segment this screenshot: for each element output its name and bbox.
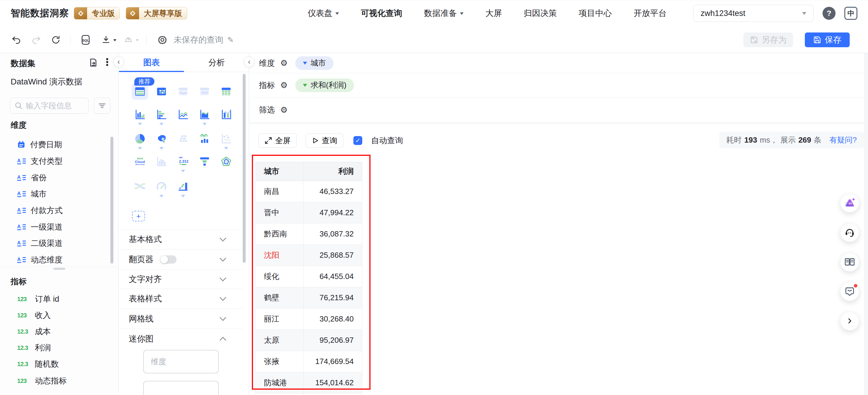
table-row[interactable]: 防城港154,014.62 — [256, 372, 362, 394]
dataset-name[interactable]: DataWind 演示数据 — [11, 76, 82, 87]
metric-item[interactable]: 12.3 利润 — [0, 339, 115, 356]
chart-type-sankey-disabled[interactable] — [129, 181, 151, 200]
dimension-item[interactable]: A 付款方式 — [0, 202, 115, 219]
chart-type-histogram-disabled[interactable] — [151, 156, 172, 175]
undo-button[interactable] — [11, 27, 21, 53]
support-button[interactable] — [840, 223, 859, 242]
nav-attribution[interactable]: 归因决策 — [524, 8, 557, 19]
tab-chart[interactable]: 图表 — [119, 53, 184, 72]
refresh-button[interactable] — [51, 27, 61, 53]
table-row[interactable]: 黔西南36,087.32 — [256, 223, 362, 245]
page-scrollbar-track[interactable] — [864, 53, 868, 395]
chart-type-china-map[interactable] — [151, 133, 172, 152]
chart-type-line-bar-combo[interactable] — [194, 133, 215, 152]
nav-big-screen[interactable]: 大屏 — [485, 8, 502, 19]
section-table-style[interactable]: 表格样式 — [119, 289, 243, 308]
more-kebab-icon[interactable]: ⋮ — [102, 56, 112, 68]
gear-icon[interactable]: ⚙ — [280, 105, 287, 115]
metric-item[interactable]: 12.3 随机数 — [0, 356, 115, 372]
chart-type-kpi-number[interactable]: 2,312 — [172, 156, 194, 175]
section-mini-chart[interactable]: 迷你图 — [119, 329, 243, 348]
expand-panel-button[interactable]: › — [840, 312, 859, 331]
table-row[interactable]: 南昌46,533.27 — [256, 181, 362, 202]
dimension-item[interactable]: A 支付类型 — [0, 153, 115, 170]
metric-item[interactable]: 123 动态指标 — [0, 372, 115, 389]
field-search-box[interactable] — [10, 98, 89, 114]
chart-type-line[interactable] — [172, 109, 194, 127]
table-row[interactable]: 太原95,206.97 — [256, 330, 362, 351]
mini-chart-dropzone[interactable] — [143, 381, 219, 395]
help-button[interactable]: ? — [823, 7, 836, 20]
chart-type-pivot-table[interactable] — [215, 86, 237, 100]
column-header-profit[interactable]: 利润 — [304, 162, 362, 181]
download-button[interactable] — [101, 27, 116, 53]
save-as-button[interactable]: 另存为 — [743, 32, 793, 47]
switch-dataset-icon[interactable] — [89, 58, 98, 67]
metric-item[interactable]: 123 订单 id — [0, 291, 115, 307]
dimension-item[interactable]: A 一级渠道 — [0, 219, 115, 235]
metric-item[interactable]: 123 收入 — [0, 307, 115, 324]
nav-project-center[interactable]: 项目中心 — [579, 8, 612, 19]
chart-type-bar[interactable] — [129, 109, 151, 127]
feedback-button[interactable] — [840, 282, 859, 301]
chart-type-area[interactable] — [194, 109, 215, 127]
chart-type-line-panel-disabled[interactable] — [172, 86, 194, 100]
dataset-scrollbar[interactable] — [111, 137, 113, 264]
fullscreen-button[interactable]: 全屏 — [258, 133, 297, 148]
ai-assistant-button[interactable] — [840, 194, 859, 213]
dimension-pill-city[interactable]: 城市 — [295, 56, 334, 70]
nav-visual-query[interactable]: 可视化查询 — [361, 8, 402, 19]
pager-toggle[interactable] — [160, 255, 177, 264]
nav-open-platform[interactable]: 开放平台 — [633, 8, 666, 19]
add-chart-type-button[interactable]: + — [132, 211, 145, 221]
language-button[interactable]: 中 — [844, 7, 857, 20]
have-question-link[interactable]: 有疑问? — [830, 135, 857, 145]
docs-button[interactable] — [840, 253, 859, 272]
table-row[interactable]: 鹤壁76,215.94 — [256, 287, 362, 308]
table-row-highlighted[interactable]: 沈阳25,868.57 — [256, 245, 362, 266]
table-row[interactable]: 绥化64,455.04 — [256, 266, 362, 287]
section-basic-format[interactable]: 基本格式 — [119, 229, 243, 249]
alert-button[interactable] — [123, 27, 139, 53]
gear-icon[interactable]: ⚙ — [280, 58, 287, 68]
dimension-item[interactable]: 付费日期 — [0, 136, 115, 153]
metric-pill-sum-profit[interactable]: 求和(利润) — [295, 79, 354, 92]
chart-type-waterfall[interactable] — [172, 181, 194, 200]
tab-analysis[interactable]: 分析 — [184, 53, 249, 72]
section-pager[interactable]: 翻页器 — [119, 249, 243, 269]
section-text-align[interactable]: 文字对齐 — [119, 269, 243, 289]
table-row[interactable]: 丽江30,268.40 — [256, 308, 362, 330]
collapse-dataset-panel-button[interactable]: ‹ — [113, 56, 124, 67]
dimension-item[interactable]: A 动态维度 — [0, 251, 115, 268]
field-filter-button[interactable] — [94, 98, 111, 114]
query-settings-gear[interactable] — [157, 27, 168, 53]
table-row-partial[interactable] — [256, 394, 362, 395]
resize-grip[interactable] — [54, 268, 65, 270]
chart-type-okr-disabled[interactable]: OKR — [194, 86, 215, 100]
chart-type-radar[interactable] — [215, 156, 237, 175]
save-button[interactable]: 保存 — [805, 32, 850, 47]
sql-button[interactable]: SQL — [80, 27, 91, 53]
gear-icon[interactable]: ⚙ — [280, 80, 287, 90]
table-row[interactable]: 张掖174,669.54 — [256, 351, 362, 372]
dimension-item[interactable]: A 二级渠道 — [0, 235, 115, 251]
collapse-chart-panel-button[interactable]: ‹ — [244, 56, 254, 67]
chart-type-pie[interactable] — [129, 133, 151, 152]
table-row[interactable]: 晋中47,994.22 — [256, 202, 362, 223]
metric-item[interactable]: 12.3 成本 — [0, 323, 115, 340]
chart-type-word-cloud[interactable]: WordCloudWord Cloud — [129, 156, 151, 175]
chart-type-table[interactable] — [151, 86, 172, 100]
nav-data-prep[interactable]: 数据准备 — [424, 8, 464, 19]
chart-type-funnel[interactable] — [194, 156, 215, 175]
chart-type-scatter-disabled[interactable] — [215, 133, 237, 152]
field-search-input[interactable] — [26, 101, 79, 111]
dimension-item[interactable]: A 城市 — [0, 186, 115, 202]
dimension-item[interactable]: A 省份 — [0, 170, 115, 186]
chart-type-bar-horizontal[interactable] — [151, 109, 172, 127]
redo-button[interactable] — [31, 27, 41, 53]
edit-pencil-icon[interactable]: ✎ — [227, 35, 234, 44]
nav-dashboard[interactable]: 仪表盘 — [308, 8, 339, 19]
workspace-select[interactable]: zwh1234test — [693, 5, 814, 22]
chart-type-gauge-disabled[interactable] — [151, 181, 172, 200]
chart-type-table-recommended[interactable] — [129, 86, 151, 100]
